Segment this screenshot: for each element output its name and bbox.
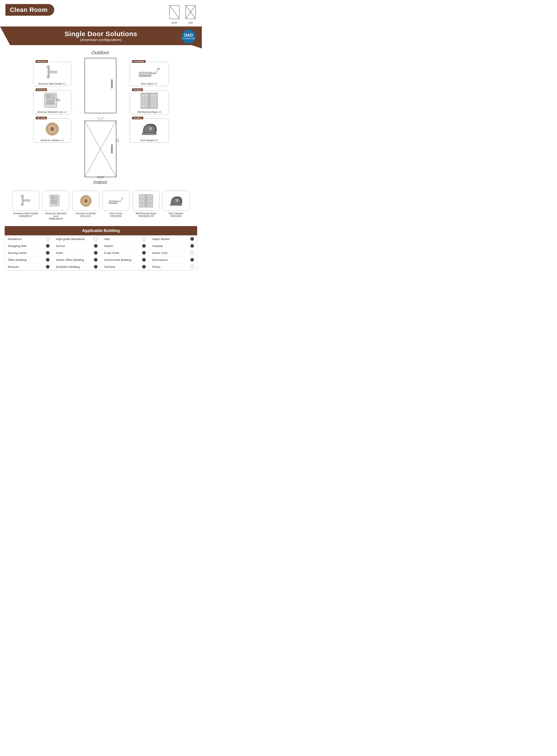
svg-rect-53 <box>148 93 150 109</box>
building-name: Prison <box>152 265 160 269</box>
pull-label: pull <box>188 21 193 24</box>
svg-rect-64 <box>55 196 58 197</box>
building-name: Senior Office Building <box>56 258 84 261</box>
indoor-label: Indoor <box>93 179 107 185</box>
svg-rect-5 <box>48 66 50 77</box>
product-box-lock <box>42 191 69 211</box>
svg-rect-67 <box>51 202 57 203</box>
banner-title: Single Door Solutions <box>65 30 137 38</box>
building-dot <box>142 244 146 248</box>
products-strip: American Style Handle DDAH001-P American… <box>0 187 202 222</box>
product-name: Door Stopper <box>169 212 183 215</box>
building-dot <box>142 258 146 261</box>
building-dot <box>142 251 146 255</box>
building-dot <box>94 251 97 255</box>
pull-icon-item: pull <box>185 5 197 24</box>
svg-rect-37 <box>157 68 159 69</box>
handle-label: American Style Handle x 2 <box>38 82 66 85</box>
svg-point-49 <box>151 100 153 102</box>
svg-rect-61 <box>21 204 23 205</box>
product-code: DDDS001 <box>170 215 182 217</box>
svg-rect-15 <box>46 100 54 102</box>
product-name: American Style Handle <box>13 212 38 215</box>
building-name: Senior Club <box>152 251 168 255</box>
building-cell: 5-star Hotel <box>101 249 149 256</box>
building-name: High-grade Residence <box>56 237 85 241</box>
svg-point-83 <box>143 200 144 202</box>
push-door-icon <box>169 5 180 20</box>
svg-rect-33 <box>97 176 104 178</box>
svg-rect-65 <box>55 198 58 199</box>
product-item: Ball Bearing Hinge DDSS002-FR <box>133 191 159 220</box>
product-box-hinge <box>133 191 159 211</box>
product-item: American Cylinder DDLC011 <box>72 191 99 220</box>
svg-point-47 <box>151 95 153 96</box>
stopper-component-box: Ancillary Door Stopper x1 <box>129 118 169 143</box>
building-dot <box>190 237 194 241</box>
banner-subtitle: (American configuration) <box>65 38 137 42</box>
handle-tag: Operating <box>36 60 48 63</box>
svg-point-55 <box>149 127 152 130</box>
building-cell: Hotel <box>53 249 101 256</box>
page-title: Clean Room <box>5 4 54 16</box>
dd-logo: D&D HARDWARE <box>182 30 196 44</box>
product-code: DDLC011 <box>81 215 91 217</box>
cylinder-icon <box>43 121 61 137</box>
handle-icon <box>43 64 61 81</box>
building-dot <box>190 251 194 255</box>
product-item: American Standard Lock DDML6487A <box>42 191 69 220</box>
building-dot <box>46 265 50 269</box>
svg-rect-12 <box>46 94 51 99</box>
svg-rect-57 <box>24 199 30 201</box>
building-dot <box>94 244 97 248</box>
outdoor-door-svg <box>78 57 123 115</box>
svg-point-85 <box>143 204 144 206</box>
building-name: Shopping Mall <box>8 244 26 248</box>
product-item: Door Closer DDDC006 <box>102 191 129 220</box>
building-cell: Vliia <box>101 235 149 243</box>
building-name: Museum <box>8 265 19 269</box>
cylinder-component-box: Securing American Cylinder x 2 <box>33 118 71 143</box>
building-name: Gymnasium <box>152 258 168 261</box>
svg-point-82 <box>140 200 142 202</box>
svg-point-90 <box>148 204 149 206</box>
svg-rect-26 <box>111 79 113 88</box>
svg-rect-10 <box>47 77 49 78</box>
handle-img <box>41 63 63 81</box>
product-name: Door Closer <box>110 212 123 215</box>
svg-rect-16 <box>46 103 54 104</box>
logo-line1: D&D <box>184 33 193 38</box>
app-building-grid: Residence High-grade Residence Vliia Sup… <box>5 235 197 270</box>
closer-component-box: Controlling Door Closer x 1 <box>129 62 169 86</box>
building-cell: Senior Office Building <box>53 256 101 263</box>
left-components: Operating American Style Handle x 2 Secu… <box>33 49 71 143</box>
building-cell: Prison <box>149 263 197 270</box>
product-code: DDDC006 <box>110 215 121 217</box>
svg-rect-92 <box>145 195 147 207</box>
building-dot <box>190 258 194 261</box>
applicable-building: Applicable Building Residence High-grade… <box>4 226 197 271</box>
building-cell: Station <box>101 243 149 249</box>
svg-point-46 <box>145 105 147 107</box>
building-name: Station <box>104 244 113 248</box>
svg-rect-13 <box>52 94 55 96</box>
building-name: Hotel <box>56 251 63 255</box>
building-cell: Terminal <box>101 263 149 270</box>
closer-label: Door Closer x 1 <box>141 82 157 85</box>
building-dot <box>94 265 97 269</box>
product-item: American Style Handle DDAH001-P <box>12 191 39 220</box>
svg-rect-38 <box>139 75 151 77</box>
hinge-component-box: Hanging <box>129 90 169 114</box>
building-name: Nursing Home <box>8 251 26 255</box>
lock-img <box>41 92 63 110</box>
svg-rect-9 <box>47 66 49 67</box>
lock-tag: Securing <box>36 88 47 91</box>
product-code: DDML6487A <box>49 217 63 220</box>
product-name: Ball Bearing Hinge <box>136 212 156 215</box>
product-box-cylinder <box>72 191 99 211</box>
svg-point-89 <box>150 200 152 202</box>
hinge-img <box>138 92 160 110</box>
building-cell: Nursing Home <box>5 249 53 256</box>
logo-line2: HARDWARE <box>182 38 195 40</box>
building-dot <box>46 244 50 248</box>
